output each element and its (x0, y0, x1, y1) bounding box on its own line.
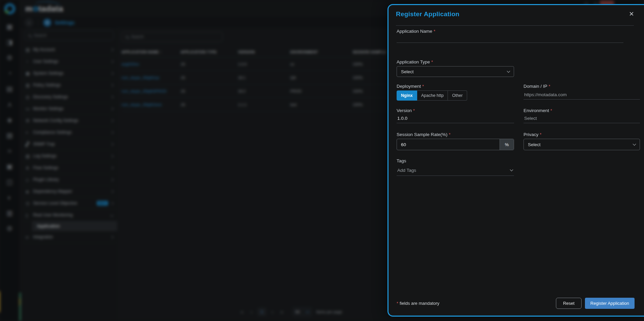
privacy-value: Select (528, 142, 541, 147)
tags-placeholder: Add Tags (397, 168, 416, 173)
domain-ip-input[interactable] (524, 92, 640, 100)
application-type-select[interactable]: Select (397, 66, 514, 77)
application-name-input[interactable] (397, 35, 623, 43)
screen: ▦◨⚙◔▤⋏◈▧≈▣◫◐▥⚙ mtadata ‹ ⚙ Settings ▤My … (0, 0, 644, 321)
domain-ip-label: Domain / IP* (524, 84, 551, 89)
application-name-label: Application Name* (397, 29, 435, 34)
version-input[interactable] (397, 116, 514, 123)
chevron-down-icon (507, 69, 510, 73)
privacy-select[interactable]: Select (524, 139, 640, 150)
session-sample-rate-label: Session Sample Rate(%)* (397, 132, 451, 137)
chevron-down-icon (633, 142, 636, 145)
deployment-option-apache[interactable]: Apache http (417, 90, 448, 101)
tags-select[interactable]: Add Tags (397, 168, 514, 176)
application-type-value: Select (401, 69, 414, 74)
drawer-divider (396, 25, 634, 26)
version-label: Version* (397, 108, 415, 113)
application-type-label: Application Type* (397, 59, 433, 64)
mandatory-note: *fields are mandatory (397, 301, 439, 306)
tags-label: Tags (397, 158, 406, 163)
deployment-label: Deployment* (397, 84, 424, 89)
privacy-label: Privacy* (524, 132, 541, 137)
close-icon[interactable]: × (629, 10, 634, 18)
chevron-down-icon (510, 168, 513, 171)
environment-select[interactable] (524, 116, 640, 123)
percent-suffix: % (500, 139, 514, 150)
drawer-footer: *fields are mandatory Reset Register App… (397, 298, 635, 309)
session-sample-rate-field: % (397, 139, 514, 150)
reset-button[interactable]: Reset (556, 298, 582, 309)
register-application-drawer: Register Application × Application Name*… (387, 4, 644, 317)
deployment-option-other[interactable]: Other (448, 90, 467, 101)
session-sample-rate-input[interactable] (397, 139, 500, 150)
deployment-segmented-control: Nginx Apache http Other (397, 90, 467, 101)
environment-label: Environment* (524, 108, 552, 113)
drawer-title: Register Application (396, 10, 459, 18)
deployment-option-nginx[interactable]: Nginx (397, 90, 417, 101)
register-application-button[interactable]: Register Application (585, 298, 635, 309)
